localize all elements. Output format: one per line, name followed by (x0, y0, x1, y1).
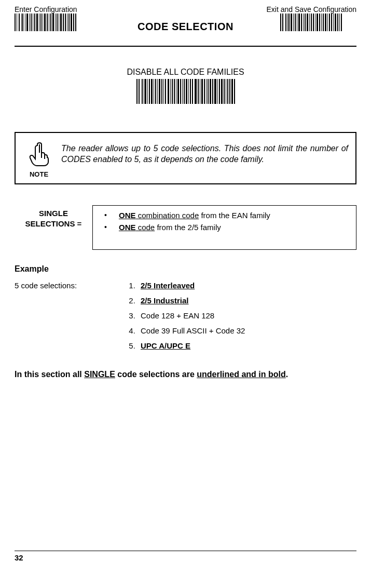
single-item-25-rest: from the 2/5 family (155, 223, 221, 232)
example-left-label: 5 code selections: (15, 281, 126, 290)
single-item-ean-rest: from the EAN family (199, 211, 270, 220)
note-icon-block: NOTE (23, 142, 55, 178)
svg-rect-96 (208, 79, 209, 104)
single-selections-row: SINGLE SELECTIONS = ONE combination code… (15, 205, 356, 250)
example-item-1-text: 2/5 Interleaved (141, 281, 195, 290)
pointing-hand-icon (29, 159, 49, 168)
svg-rect-72 (157, 79, 158, 104)
example-list: 2/5 Interleaved 2/5 Industrial Code 128 … (126, 281, 245, 356)
single-selections-label: SINGLE SELECTIONS = (15, 205, 92, 229)
svg-rect-92 (200, 79, 200, 104)
svg-rect-67 (147, 79, 148, 104)
svg-rect-88 (190, 79, 191, 104)
svg-rect-66 (145, 79, 146, 104)
svg-rect-91 (198, 79, 199, 104)
rule-pre: In this section all (15, 370, 84, 379)
svg-rect-84 (182, 79, 183, 104)
header-divider (15, 46, 356, 47)
footer-divider (15, 551, 356, 551)
single-item-ean-one: ONE (119, 211, 136, 220)
svg-rect-63 (139, 79, 140, 104)
disable-all-block: DISABLE ALL CODE FAMILIES (15, 68, 356, 106)
page-title: CODE SELECTION (15, 21, 356, 33)
note-label: NOTE (23, 170, 55, 178)
rule-mid: SINGLE (84, 370, 115, 379)
svg-rect-69 (151, 79, 153, 104)
svg-rect-85 (184, 79, 185, 104)
rule-dot: . (286, 370, 288, 379)
svg-rect-101 (219, 79, 220, 104)
rule-between: code selections are (115, 370, 197, 379)
svg-rect-76 (165, 79, 166, 104)
exit-config-label: Exit and Save Configuration (266, 5, 356, 14)
example-item-5-text: UPC A/UPC E (141, 341, 190, 350)
example-row: 5 code selections: 2/5 Interleaved 2/5 I… (15, 281, 356, 356)
svg-rect-81 (176, 79, 176, 104)
svg-rect-95 (206, 79, 207, 104)
single-label-line1: SINGLE (39, 209, 68, 218)
svg-rect-71 (155, 79, 156, 104)
svg-rect-100 (217, 79, 218, 104)
svg-rect-104 (226, 79, 226, 104)
svg-rect-98 (212, 79, 213, 104)
svg-rect-90 (195, 79, 197, 104)
svg-rect-102 (221, 79, 223, 104)
single-selections-box: ONE combination code from the EAN family… (92, 205, 356, 250)
svg-rect-83 (180, 79, 181, 104)
example-item-2-text: 2/5 Industrial (141, 296, 189, 305)
example-item-5: UPC A/UPC E (138, 341, 245, 350)
svg-rect-68 (149, 79, 150, 104)
single-item-25-one: ONE (119, 223, 136, 232)
svg-rect-105 (227, 79, 228, 104)
single-item-25: ONE code from the 2/5 family (104, 223, 345, 232)
svg-rect-82 (177, 79, 179, 104)
svg-rect-93 (201, 79, 203, 104)
svg-rect-73 (159, 79, 160, 104)
note-text: The reader allows up to 5 code selection… (61, 142, 348, 165)
svg-rect-106 (229, 79, 230, 104)
svg-rect-89 (192, 79, 193, 104)
svg-rect-79 (172, 79, 173, 104)
example-item-4: Code 39 Full ASCII + Code 32 (138, 326, 245, 335)
svg-rect-86 (186, 79, 187, 104)
disable-all-label: DISABLE ALL CODE FAMILIES (15, 68, 356, 77)
svg-rect-65 (144, 79, 144, 104)
svg-rect-97 (210, 79, 211, 104)
svg-rect-70 (154, 79, 154, 104)
svg-rect-99 (214, 79, 216, 104)
svg-rect-64 (142, 79, 143, 104)
disable-all-barcode (136, 79, 235, 104)
svg-rect-87 (188, 79, 189, 104)
svg-rect-62 (136, 79, 138, 104)
single-item-ean: ONE combination code from the EAN family (104, 211, 345, 220)
page-number: 32 (15, 553, 356, 562)
svg-rect-78 (170, 79, 171, 104)
note-box: NOTE The reader allows up to 5 code sele… (15, 132, 356, 184)
page-footer: 32 (15, 551, 356, 562)
svg-rect-75 (163, 79, 164, 104)
rule-end: underlined and in bold (197, 370, 286, 379)
single-label-line2: SELECTIONS = (25, 219, 82, 228)
example-heading: Example (15, 264, 356, 274)
svg-rect-94 (204, 79, 205, 104)
example-item-3-text: Code 128 + EAN 128 (141, 311, 214, 320)
svg-rect-74 (161, 79, 162, 104)
example-item-1: 2/5 Interleaved (138, 281, 245, 290)
example-item-4-text: Code 39 Full ASCII + Code 32 (141, 326, 245, 335)
svg-rect-77 (168, 79, 169, 104)
example-item-2: 2/5 Industrial (138, 296, 245, 305)
single-item-ean-underline: combination code (136, 211, 199, 220)
rule-text: In this section all SINGLE code selectio… (15, 370, 356, 379)
single-item-25-underline: code (136, 223, 155, 232)
svg-rect-107 (231, 79, 233, 104)
svg-rect-103 (224, 79, 225, 104)
svg-rect-80 (174, 79, 175, 104)
example-item-3: Code 128 + EAN 128 (138, 311, 245, 320)
header-row: Enter Configuration (15, 5, 356, 36)
svg-rect-108 (234, 79, 235, 104)
enter-config-label: Enter Configuration (15, 5, 77, 14)
